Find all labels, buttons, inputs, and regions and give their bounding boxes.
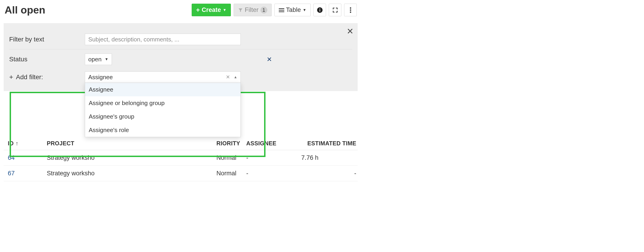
plus-icon: +: [196, 6, 200, 14]
work-packages-table: ID ↑ PROJECT RIORITY ASSIGNEE ESTIMATED …: [4, 137, 358, 181]
row-priority: Normal: [214, 153, 244, 162]
view-select-label: Table: [286, 6, 301, 13]
add-filter-label: + Add filter:: [9, 73, 85, 81]
sort-asc-icon: ↑: [16, 140, 18, 147]
filter-button[interactable]: Filter 1: [234, 4, 272, 16]
fullscreen-button[interactable]: [329, 4, 341, 16]
svg-point-8: [350, 11, 351, 13]
list-lines-icon: [279, 8, 284, 12]
row-estimated: -: [292, 169, 358, 178]
filter-text-input[interactable]: [85, 34, 241, 45]
svg-rect-1: [279, 10, 284, 10]
combo-option[interactable]: Assignee or belonging group: [85, 96, 240, 110]
col-header-assignee[interactable]: ASSIGNEE: [244, 140, 292, 147]
info-button[interactable]: [314, 4, 326, 16]
add-filter-dropdown: Assignee Assignee or belonging group Ass…: [85, 83, 241, 137]
row-project: Strategy worksho: [44, 153, 118, 162]
create-button-label: Create: [202, 6, 221, 13]
svg-rect-2: [279, 11, 284, 12]
kebab-icon: [350, 7, 352, 13]
svg-point-5: [319, 8, 320, 9]
col-header-project-label: PROJECT: [47, 140, 74, 147]
filter-button-label: Filter: [245, 6, 258, 13]
remove-status-filter-button[interactable]: ✕: [264, 56, 274, 63]
more-menu-button[interactable]: [344, 4, 357, 16]
status-select-value: open: [88, 56, 102, 63]
filter-text-label: Filter by text: [9, 36, 85, 43]
row-project: Strategy worksho: [44, 169, 118, 178]
svg-rect-0: [279, 8, 284, 9]
row-id-link[interactable]: 67: [6, 169, 44, 178]
row-estimated: 7.76 h: [292, 153, 358, 162]
col-header-priority-label: RIORITY: [216, 140, 240, 147]
page-title: All open: [4, 4, 192, 16]
filter-status-label: Status: [9, 56, 85, 63]
svg-point-7: [350, 9, 351, 11]
caret-down-icon: ▼: [303, 8, 306, 12]
filter-count-badge: 1: [260, 7, 267, 13]
plus-icon: +: [9, 73, 13, 81]
close-filter-panel-button[interactable]: ✕: [347, 27, 354, 35]
col-header-project[interactable]: PROJECT: [44, 140, 118, 147]
col-header-estimated-label: ESTIMATED TIME: [308, 140, 356, 147]
col-header-id[interactable]: ID ↑: [6, 140, 44, 147]
toolbar: + Create ▼ Filter 1 Table ▼: [192, 4, 357, 16]
add-filter-input[interactable]: Assignee ✕ ▲: [85, 71, 241, 83]
row-assignee: -: [244, 169, 292, 178]
filter-row-text: Filter by text: [9, 29, 352, 49]
funnel-icon: [238, 7, 243, 12]
status-select[interactable]: open ▼: [85, 54, 112, 65]
svg-point-6: [350, 7, 351, 9]
clear-combo-button[interactable]: ✕: [226, 74, 230, 80]
combo-option[interactable]: Assignee: [85, 83, 240, 96]
page-header: All open + Create ▼ Filter 1 Table ▼: [4, 2, 358, 18]
combo-option[interactable]: Assignee's group: [85, 110, 240, 123]
row-hidden: [118, 157, 214, 159]
caret-down-icon: ▼: [105, 57, 108, 61]
svg-rect-4: [319, 9, 320, 11]
combo-option[interactable]: Assignee's role: [85, 123, 240, 137]
row-id-link[interactable]: 64: [6, 153, 44, 162]
table-row[interactable]: 67 Strategy worksho Normal - -: [4, 166, 358, 181]
info-icon: [317, 7, 323, 13]
row-priority: Normal: [214, 169, 244, 178]
table-header: ID ↑ PROJECT RIORITY ASSIGNEE ESTIMATED …: [4, 137, 358, 150]
row-hidden: [118, 173, 214, 174]
col-header-priority[interactable]: RIORITY: [214, 140, 244, 147]
filter-row-status: Status open ▼ ✕: [9, 49, 352, 69]
caret-up-icon[interactable]: ▲: [234, 75, 237, 79]
add-filter-input-value: Assignee: [88, 74, 226, 81]
col-header-assignee-label: ASSIGNEE: [246, 140, 276, 147]
create-button[interactable]: + Create ▼: [192, 4, 231, 16]
col-header-id-label: ID: [8, 140, 14, 147]
table-row[interactable]: 64 Strategy worksho Normal - 7.76 h: [4, 150, 358, 166]
caret-down-icon: ▼: [223, 8, 226, 12]
row-assignee: -: [244, 153, 292, 162]
expand-icon: [332, 7, 338, 13]
add-filter-combo: Assignee ✕ ▲ Assignee Assignee or belong…: [85, 71, 241, 83]
add-filter-label-text: Add filter:: [16, 73, 43, 81]
view-select-button[interactable]: Table ▼: [274, 4, 311, 16]
col-header-estimated[interactable]: ESTIMATED TIME: [292, 140, 358, 147]
filter-panel: ✕ Filter by text Status open ▼ ✕ + Add f…: [4, 23, 358, 91]
filter-row-add: + Add filter: Assignee ✕ ▲ Assignee Assi…: [9, 69, 352, 87]
